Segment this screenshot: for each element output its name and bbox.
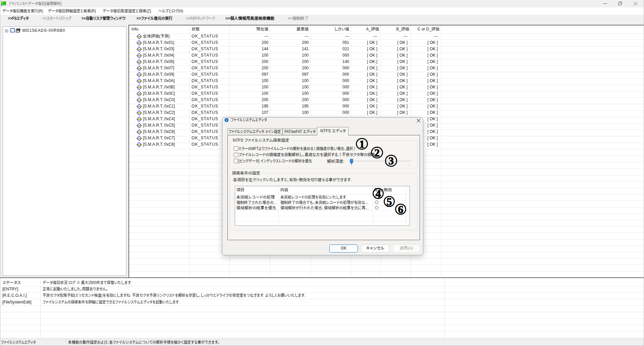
svg-text:i: i bbox=[226, 118, 227, 122]
